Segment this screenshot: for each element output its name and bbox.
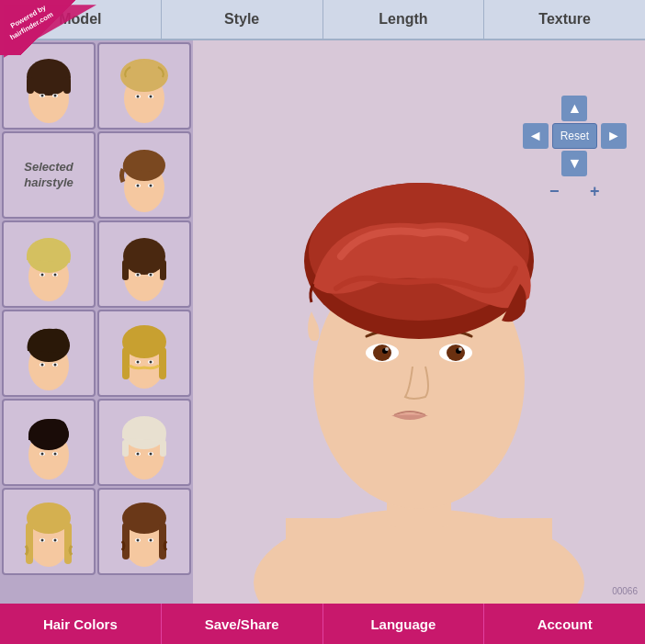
svg-point-25 — [54, 273, 57, 276]
svg-point-38 — [41, 363, 44, 366]
svg-point-68 — [41, 538, 44, 541]
hairstyle-thumb-10[interactable] — [2, 488, 96, 575]
powered-by-banner: Powered by hairfinder.com — [0, 0, 96, 55]
svg-rect-57 — [160, 440, 166, 457]
svg-rect-43 — [159, 347, 166, 379]
svg-rect-64 — [26, 523, 33, 564]
svg-rect-29 — [160, 260, 166, 280]
svg-point-19 — [150, 184, 153, 186]
hairstyle-thumb-4[interactable] — [2, 220, 96, 308]
down-row: ▼ — [561, 151, 587, 176]
hairstyle-thumb-2[interactable] — [97, 42, 191, 130]
move-right-button[interactable]: ► — [601, 123, 627, 149]
svg-rect-28 — [122, 260, 129, 280]
svg-point-69 — [54, 538, 57, 541]
move-left-button[interactable]: ◄ — [523, 123, 549, 149]
main-content-area: ▲ ◄ Reset ► ▼ − + 00066 — [193, 40, 645, 604]
hairstyle-thumb-7[interactable] — [97, 310, 191, 397]
svg-point-33 — [150, 273, 153, 276]
svg-point-52 — [41, 452, 44, 455]
zoom-row: − + — [545, 182, 604, 201]
hairstyle-sidebar: Selected hairstyle — [0, 40, 193, 604]
zoom-out-button[interactable]: − — [545, 182, 563, 201]
svg-point-61 — [150, 452, 153, 455]
hairstyle-thumb-8[interactable] — [2, 399, 96, 486]
main-layout: Selected hairstyle — [0, 40, 645, 604]
svg-point-47 — [150, 360, 153, 363]
svg-rect-80 — [286, 518, 552, 604]
svg-point-89 — [385, 347, 389, 351]
tab-texture[interactable]: Texture — [484, 0, 645, 39]
hairstyle-thumb-3[interactable] — [97, 131, 191, 219]
move-up-button[interactable]: ▲ — [561, 96, 587, 121]
svg-point-63 — [27, 503, 71, 534]
hairstyle-thumb-5[interactable] — [97, 220, 191, 308]
move-down-button[interactable]: ▼ — [561, 151, 587, 176]
mid-row: ◄ Reset ► — [523, 123, 627, 149]
bottom-hair-colors[interactable]: Hair Colors — [0, 604, 162, 644]
reset-button[interactable]: Reset — [552, 123, 597, 149]
tab-style[interactable]: Style — [162, 0, 323, 39]
hairstyle-thumb-6[interactable] — [2, 310, 96, 397]
bottom-language[interactable]: Language — [323, 604, 485, 644]
svg-point-13 — [150, 95, 153, 97]
svg-point-86 — [447, 345, 465, 361]
svg-point-27 — [123, 238, 165, 275]
top-navigation: Model Style Length Texture — [0, 0, 645, 40]
svg-rect-65 — [64, 523, 72, 564]
bottom-navigation: Hair Colors Save/Share Language Account — [0, 604, 645, 644]
svg-point-60 — [137, 452, 140, 455]
tab-length[interactable]: Length — [323, 0, 485, 39]
svg-point-6 — [41, 94, 44, 96]
svg-point-90 — [458, 347, 462, 351]
bottom-save-share[interactable]: Save/Share — [162, 604, 323, 644]
selected-hairstyle-label: Selected hairstyle — [2, 131, 96, 219]
position-controls: ▲ ◄ Reset ► ▼ − + — [523, 96, 627, 201]
watermark: 00066 — [612, 586, 638, 596]
hairstyle-thumb-11[interactable] — [97, 488, 191, 575]
svg-point-39 — [54, 363, 57, 366]
svg-rect-56 — [122, 440, 129, 457]
zoom-in-button[interactable]: + — [585, 182, 604, 201]
svg-rect-3 — [63, 77, 71, 94]
up-row: ▲ — [561, 96, 587, 121]
svg-point-77 — [150, 538, 153, 541]
svg-point-46 — [137, 360, 140, 363]
svg-point-76 — [137, 538, 140, 541]
selected-label-text: Selected hairstyle — [4, 160, 94, 191]
powered-by-graphic: Powered by hairfinder.com — [4, 4, 96, 59]
svg-point-32 — [137, 273, 140, 276]
svg-rect-42 — [122, 347, 130, 379]
svg-point-12 — [137, 95, 140, 97]
svg-point-85 — [373, 345, 391, 361]
svg-rect-2 — [27, 77, 34, 94]
svg-point-18 — [137, 184, 140, 186]
bottom-account[interactable]: Account — [484, 604, 645, 644]
svg-point-7 — [54, 94, 57, 96]
svg-point-24 — [41, 273, 44, 276]
svg-point-53 — [54, 452, 57, 455]
hairstyle-thumb-9[interactable] — [97, 399, 191, 486]
